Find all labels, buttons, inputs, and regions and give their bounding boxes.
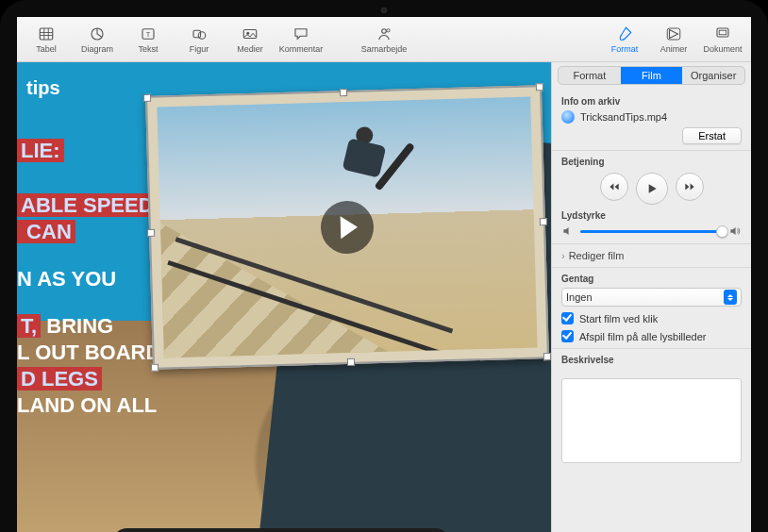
play-icon (644, 181, 659, 196)
resize-handle[interactable] (543, 353, 551, 360)
description-textarea[interactable] (561, 378, 742, 463)
toolbar-kommentar[interactable]: Kommentar (275, 19, 326, 60)
bg-skateboard (111, 528, 451, 532)
toolbar-format[interactable]: Format (600, 19, 649, 60)
slide-badge: tips (17, 72, 70, 106)
resize-handle[interactable] (151, 364, 159, 372)
volume-slider[interactable] (580, 230, 723, 233)
description-heading: Beskrivelse (561, 355, 742, 365)
file-info-heading: Info om arkiv (561, 96, 742, 107)
controls-section: Betjening Lydstyrke (552, 151, 751, 244)
edit-film-disclosure[interactable]: › Rediger film (561, 246, 742, 265)
repeat-select[interactable]: Ingen (561, 288, 742, 307)
toolbar-left-group: Tabel Diagram T Tekst Figur Medier (21, 19, 326, 60)
rewind-button[interactable] (600, 173, 628, 201)
repeat-heading: Gentag (561, 274, 742, 284)
toolbar-format-label: Format (611, 44, 639, 54)
repeat-value: Ingen (566, 291, 593, 303)
shape-icon (190, 25, 209, 42)
document-icon (713, 25, 732, 42)
text-icon: T (139, 25, 158, 42)
inspector-tabs: Format Film Organiser (558, 66, 745, 85)
resize-handle[interactable] (340, 89, 347, 96)
toolbar-kommentar-label: Kommentar (279, 44, 324, 54)
resize-handle[interactable] (147, 229, 155, 237)
media-icon (241, 25, 259, 42)
forward-button[interactable] (676, 173, 704, 201)
rewind-icon (608, 180, 621, 193)
table-icon (37, 25, 56, 42)
toolbar-tekst-label: Tekst (138, 44, 158, 54)
toolbar-dokument[interactable]: Dokument (698, 19, 747, 60)
svg-text:T: T (146, 30, 151, 39)
play-all-slides-checkbox[interactable] (561, 330, 574, 342)
replace-button[interactable]: Erstat (682, 127, 742, 144)
select-arrows-icon (724, 290, 737, 305)
start-on-click-checkbox[interactable] (561, 312, 574, 324)
repeat-section: Gentag Ingen Start film ved klik Afspil … (552, 268, 751, 349)
forward-icon (683, 180, 696, 193)
app-window: Tabel Diagram T Tekst Figur Medier (17, 17, 751, 532)
toolbar-tabel-label: Tabel (36, 44, 57, 54)
toolbar-diagram[interactable]: Diagram (72, 19, 123, 60)
tab-film[interactable]: Film (621, 67, 683, 84)
play-button[interactable] (636, 173, 668, 205)
volume-low-icon (561, 224, 575, 238)
svg-point-8 (382, 28, 387, 33)
comment-icon (292, 25, 310, 42)
toolbar-medier-label: Medier (237, 44, 263, 54)
volume-heading: Lydstyrke (561, 210, 742, 221)
toolbar-medier[interactable]: Medier (225, 19, 275, 60)
controls-heading: Betjening (561, 157, 742, 167)
toolbar-samarbejde-label: Samarbejde (361, 44, 408, 54)
resize-handle[interactable] (143, 94, 151, 102)
collaborate-icon (375, 25, 393, 42)
toolbar-figur-label: Figur (190, 44, 209, 54)
slide-canvas[interactable]: tips LIE: ABLE SPEED CAN N AS YOU T, BRI… (17, 62, 551, 532)
video-object[interactable] (145, 85, 549, 370)
paintbrush-icon (615, 25, 634, 42)
svg-rect-11 (717, 28, 728, 37)
inspector-panel: Format Film Organiser Info om arkiv Tric… (551, 62, 751, 532)
file-info-section: Info om arkiv TricksandTips.mp4 Erstat (552, 91, 751, 151)
volume-high-icon (728, 224, 742, 238)
toolbar-tabel[interactable]: Tabel (21, 19, 72, 60)
toolbar-animer-label: Animer (660, 44, 688, 54)
laptop-camera (381, 8, 387, 13)
svg-point-7 (246, 31, 249, 34)
slide-text-block: LIE: ABLE SPEED CAN N AS YOU T, BRING L … (17, 138, 160, 419)
tab-organiser[interactable]: Organiser (682, 67, 744, 84)
toolbar: Tabel Diagram T Tekst Figur Medier (17, 17, 751, 62)
edit-film-label: Rediger film (569, 250, 625, 261)
resize-handle[interactable] (540, 218, 547, 225)
toolbar-samarbejde[interactable]: Samarbejde (359, 19, 409, 60)
chart-icon (88, 25, 107, 42)
svg-point-5 (198, 31, 206, 39)
quicktime-icon (561, 110, 575, 124)
resize-handle[interactable] (536, 83, 543, 91)
svg-rect-12 (719, 30, 726, 35)
start-on-click-label: Start film ved klik (579, 313, 658, 324)
file-name: TricksandTips.mp4 (580, 111, 667, 123)
slide-heading: LIE: (17, 139, 64, 162)
animate-icon (664, 25, 683, 42)
tab-format[interactable]: Format (559, 67, 621, 84)
svg-rect-4 (193, 30, 201, 38)
toolbar-dokument-label: Dokument (703, 44, 742, 54)
toolbar-diagram-label: Diagram (81, 44, 113, 54)
chevron-right-icon: › (561, 250, 565, 261)
svg-rect-0 (40, 28, 53, 40)
toolbar-animer[interactable]: Animer (649, 19, 698, 60)
resize-handle[interactable] (347, 358, 355, 366)
play-all-slides-label: Afspil film på alle lysbilleder (579, 331, 707, 342)
toolbar-tekst[interactable]: T Tekst (123, 19, 174, 60)
svg-point-9 (387, 28, 390, 31)
toolbar-figur[interactable]: Figur (174, 19, 225, 60)
